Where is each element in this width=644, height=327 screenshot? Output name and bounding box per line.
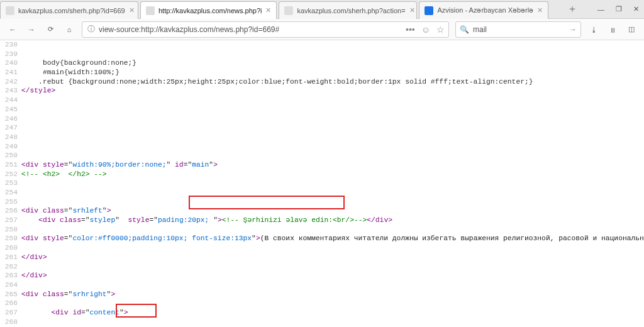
site-info-icon[interactable]: ⓘ bbox=[86, 24, 96, 35]
source-line[interactable]: #main{width:100%;} bbox=[21, 68, 639, 77]
favicon-icon bbox=[146, 6, 155, 15]
tab-label: kavkazplus.com/sherh.php?action= bbox=[297, 7, 405, 14]
source-line[interactable]: <div class="srhleft"> bbox=[21, 206, 639, 216]
source-line[interactable] bbox=[21, 179, 639, 188]
sidebar-button[interactable]: ◫ bbox=[623, 21, 640, 38]
line-number: 249 bbox=[0, 142, 18, 152]
line-number: 261 bbox=[0, 253, 18, 262]
source-line[interactable]: <div style="width:90%;border:none;" id="… bbox=[21, 160, 639, 170]
line-number: 242 bbox=[0, 77, 18, 87]
line-number: 251 bbox=[0, 160, 18, 170]
line-number: 238 bbox=[0, 40, 18, 50]
line-number: 258 bbox=[0, 225, 18, 235]
browser-tab[interactable]: Azvision - Azərbaycan Xəbərlə✕ bbox=[419, 1, 548, 19]
line-number: 255 bbox=[0, 197, 18, 207]
search-go-icon[interactable]: → bbox=[569, 25, 577, 34]
source-line[interactable] bbox=[21, 318, 639, 327]
line-number: 260 bbox=[0, 243, 18, 253]
source-line[interactable]: <div id="content"> bbox=[21, 308, 639, 318]
source-line[interactable] bbox=[21, 262, 639, 272]
favicon-icon bbox=[6, 6, 14, 15]
tabs-container: kavkazplus.com/sherh.php?id=669✕http://k… bbox=[0, 0, 564, 19]
source-line[interactable]: <!-- <h2> </h2> --> bbox=[21, 170, 639, 179]
library-button[interactable]: ⫼ bbox=[604, 21, 621, 38]
line-number: 246 bbox=[0, 114, 18, 124]
browser-tab[interactable]: kavkazplus.com/sherh.php?action=✕ bbox=[279, 1, 417, 19]
source-line[interactable]: <div class="srhright"> bbox=[21, 290, 639, 299]
line-number: 259 bbox=[0, 234, 18, 243]
browser-tab[interactable]: kavkazplus.com/sherh.php?id=669✕ bbox=[0, 1, 138, 19]
source-line[interactable] bbox=[21, 188, 639, 197]
tab-close-icon[interactable]: ✕ bbox=[533, 6, 543, 14]
line-number: 266 bbox=[0, 299, 18, 308]
line-number: 241 bbox=[0, 68, 18, 77]
home-button[interactable]: ⌂ bbox=[60, 21, 78, 38]
line-number: 256 bbox=[0, 206, 18, 216]
page-actions-icon[interactable]: ••• bbox=[406, 25, 415, 35]
tab-label: kavkazplus.com/sherh.php?id=669 bbox=[18, 7, 125, 14]
source-line[interactable]: <div style="color:#ff0000;padding:10px; … bbox=[21, 234, 639, 243]
line-number: 248 bbox=[0, 133, 18, 142]
line-number: 264 bbox=[0, 280, 18, 290]
source-line[interactable] bbox=[21, 225, 639, 235]
source-line[interactable]: <div class="stylep" style="pading:20px; … bbox=[21, 216, 639, 225]
back-button[interactable]: ← bbox=[4, 21, 21, 38]
tab-close-icon[interactable]: ✕ bbox=[125, 6, 135, 14]
line-number: 240 bbox=[0, 58, 18, 68]
tab-label: Azvision - Azərbaycan Xəbərlə bbox=[437, 6, 533, 14]
line-number: 250 bbox=[0, 151, 18, 160]
source-line[interactable]: </div> bbox=[21, 253, 639, 262]
line-number-gutter: 2382392402412422432442452462472482492502… bbox=[0, 40, 21, 327]
search-input-text: mail bbox=[473, 25, 569, 34]
line-number: 247 bbox=[0, 123, 18, 133]
nav-toolbar: ← → ⟳ ⌂ ⓘ view-source:http://kavkazplus.… bbox=[0, 19, 644, 40]
source-line[interactable] bbox=[21, 123, 639, 133]
source-line[interactable] bbox=[21, 142, 639, 152]
search-bar[interactable]: 🔍 mail → bbox=[455, 21, 581, 38]
source-line[interactable] bbox=[21, 243, 639, 253]
source-line[interactable] bbox=[21, 280, 639, 290]
source-line[interactable] bbox=[21, 105, 639, 114]
reader-mode-icon[interactable]: ☺ bbox=[421, 25, 430, 35]
source-line[interactable]: .rebut {background:none;width:25px;heigh… bbox=[21, 77, 639, 87]
line-number: 265 bbox=[0, 290, 18, 299]
downloads-button[interactable]: ⭳ bbox=[585, 21, 602, 38]
tab-close-icon[interactable]: ✕ bbox=[406, 6, 415, 14]
line-number: 244 bbox=[0, 96, 18, 105]
line-number: 257 bbox=[0, 216, 18, 225]
source-line[interactable]: body{background:none;} bbox=[21, 58, 639, 68]
bookmark-star-icon[interactable]: ☆ bbox=[436, 25, 445, 35]
browser-tab[interactable]: http://kavkazplus.com/news.php?i✕ bbox=[140, 1, 277, 19]
source-line[interactable] bbox=[21, 96, 639, 105]
line-number: 253 bbox=[0, 179, 18, 188]
source-code-area[interactable]: body{background:none;} #main{width:100%;… bbox=[21, 40, 644, 327]
minimize-button[interactable]: — bbox=[597, 6, 604, 13]
source-line[interactable] bbox=[21, 151, 639, 160]
source-line[interactable] bbox=[21, 197, 639, 207]
reload-button[interactable]: ⟳ bbox=[42, 21, 59, 38]
new-tab-button[interactable]: ＋ bbox=[564, 0, 581, 18]
line-number: 239 bbox=[0, 50, 18, 59]
line-number: 263 bbox=[0, 271, 18, 280]
close-window-button[interactable]: ✕ bbox=[633, 5, 639, 13]
line-number: 267 bbox=[0, 308, 18, 318]
search-icon: 🔍 bbox=[460, 25, 469, 34]
url-bar[interactable]: ⓘ view-source:http://kavkazplus.com/news… bbox=[82, 21, 449, 38]
forward-button[interactable]: → bbox=[23, 21, 40, 38]
source-line[interactable] bbox=[21, 299, 639, 308]
window-controls: — ❐ ✕ bbox=[581, 0, 644, 18]
line-number: 252 bbox=[0, 170, 18, 179]
line-number: 268 bbox=[0, 318, 18, 327]
source-line[interactable]: </style> bbox=[21, 86, 639, 96]
source-line[interactable] bbox=[21, 133, 639, 142]
view-source-pane[interactable]: 2382392402412422432442452462472482492502… bbox=[0, 40, 644, 327]
tab-strip: kavkazplus.com/sherh.php?id=669✕http://k… bbox=[0, 0, 644, 19]
maximize-button[interactable]: ❐ bbox=[616, 5, 622, 13]
tab-label: http://kavkazplus.com/news.php?i bbox=[158, 7, 262, 14]
tab-close-icon[interactable]: ✕ bbox=[262, 6, 271, 14]
line-number: 243 bbox=[0, 86, 18, 96]
line-number: 254 bbox=[0, 188, 18, 197]
source-line[interactable]: </div> bbox=[21, 271, 639, 280]
favicon-icon bbox=[425, 6, 433, 15]
source-line[interactable] bbox=[21, 114, 639, 124]
